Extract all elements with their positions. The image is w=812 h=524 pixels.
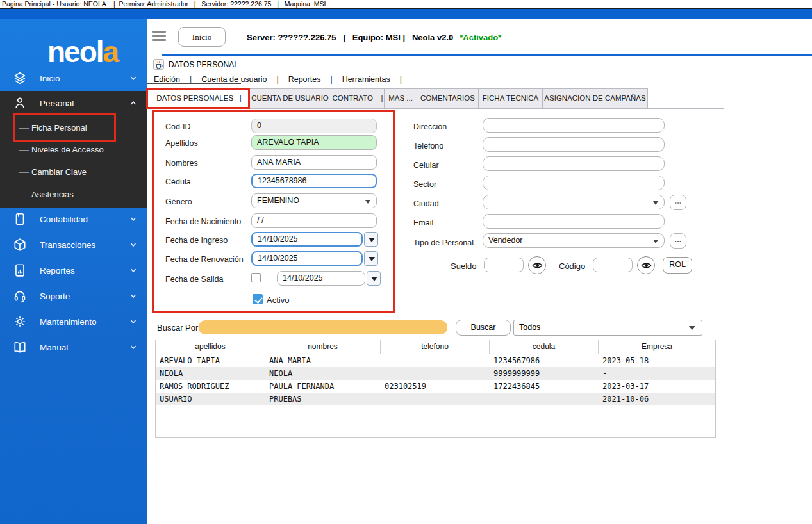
email-field[interactable]: [483, 214, 665, 229]
activo-label: Activo: [267, 295, 289, 305]
sidebar-item-reportes[interactable]: Reportes: [0, 258, 147, 282]
direccion-field[interactable]: [483, 118, 665, 133]
headset-icon: [13, 289, 27, 303]
tipo-personal-browse-button[interactable]: ...: [670, 233, 686, 249]
celular-label: Celular: [413, 161, 439, 170]
tipo-personal-select[interactable]: Vendedor: [483, 233, 665, 248]
menu-item-herramientas[interactable]: Herramientas: [342, 75, 390, 84]
filter-select[interactable]: Todos: [513, 320, 702, 336]
combo-arrow-icon: [653, 201, 658, 205]
sidebar-item-soporte[interactable]: Soporte: [0, 284, 147, 308]
tab-cuenta-de-usuario[interactable]: CUENTA DE USUARIO: [249, 88, 331, 108]
app-logo: neola: [47, 37, 118, 67]
combo-arrow-icon: [689, 326, 695, 330]
genero-label: Género: [165, 197, 192, 206]
tab-contrato[interactable]: CONTRATO |: [331, 88, 385, 108]
fecha-nacimiento-field[interactable]: / /: [251, 213, 377, 228]
table-row[interactable]: NEOLA NEOLA 9999999999 -: [156, 367, 715, 380]
cell-nombres: NEOLA: [265, 367, 381, 380]
fecha-ingreso-field[interactable]: 14/10/2025: [251, 232, 363, 247]
cell-apellidos: USUARIO: [156, 393, 265, 405]
sueldo-field[interactable]: [484, 258, 524, 272]
cell-apellidos: NEOLA: [156, 367, 265, 380]
company-bar: EMPRESA ABC SA ( EMPRESA ABC SA ) - 1234…: [0, 8, 812, 19]
tab-mas[interactable]: MAS ...: [384, 88, 417, 108]
results-table: apellidos nombres telefono cedula Empres…: [155, 340, 716, 438]
cedula-field[interactable]: 12345678986: [251, 174, 377, 188]
sidebar-subitem-niveles-de-accesso[interactable]: Niveles de Accesso: [0, 141, 147, 159]
ciudad-select[interactable]: [483, 195, 665, 209]
ciudad-browse-button[interactable]: ...: [670, 195, 686, 210]
apellidos-field[interactable]: AREVALO TAPIA: [251, 135, 377, 150]
codigo-label: Código: [559, 261, 585, 271]
cell-empresa: 2023-03-17: [599, 380, 715, 393]
sidebar-subitem-ficha-personal[interactable]: Ficha Personal: [0, 119, 147, 137]
menu-item-cuenta-de-usuario[interactable]: Cuenta de usuario: [201, 75, 267, 84]
app-window: Pagina Principal - Usuario: NEOLA | Perm…: [0, 0, 812, 524]
fecha-salida-label: Fecha de Salida: [165, 275, 223, 284]
buscar-button[interactable]: Buscar: [456, 320, 511, 336]
celular-field[interactable]: [483, 156, 665, 171]
column-header-nombres[interactable]: nombres: [265, 340, 381, 354]
sidebar-item-label: Personal: [40, 99, 74, 108]
table-row[interactable]: USUARIO PRUEBAS 2021-10-06: [156, 393, 715, 405]
fecha-salida-field[interactable]: 14/10/2025: [277, 271, 365, 286]
telefono-label: Teléfono: [413, 142, 443, 151]
menu-underline: [147, 83, 241, 84]
chevron-down-icon: [129, 317, 138, 326]
fecha-renovacion-field[interactable]: 14/10/2025: [251, 251, 363, 266]
rol-button[interactable]: ROL: [663, 257, 692, 274]
column-header-telefono[interactable]: telefono: [381, 340, 490, 354]
tipo-personal-value: Vendedor: [488, 236, 523, 245]
sidebar-item-label: Soporte: [40, 291, 70, 301]
chevron-down-icon: [129, 240, 138, 249]
sector-label: Sector: [413, 180, 436, 189]
hamburger-menu-icon[interactable]: [152, 31, 166, 41]
table-header: apellidos nombres telefono cedula Empres…: [156, 340, 715, 354]
codigo-field[interactable]: [593, 258, 633, 272]
telefono-field[interactable]: [483, 137, 665, 152]
cell-nombres: PAULA FERNANDA: [265, 380, 381, 393]
sidebar-subitem-cambiar-clave[interactable]: Cambiar Clave: [0, 163, 147, 181]
column-header-empresa[interactable]: Empresa: [599, 340, 715, 354]
tab-comentarios[interactable]: COMENTARIOS: [417, 88, 479, 108]
table-row[interactable]: RAMOS RODRIGUEZ PAULA FERNANDA 023102519…: [156, 380, 715, 393]
sidebar-item-label: Transacciones: [40, 240, 95, 250]
menu-item-edicion[interactable]: Edición: [154, 75, 180, 84]
table-row[interactable]: AREVALO TAPIA ANA MARIA 1234567986 2023-…: [156, 354, 715, 367]
column-header-cedula[interactable]: cedula: [490, 340, 599, 354]
menu-item-reportes[interactable]: Reportes: [288, 75, 321, 84]
search-input[interactable]: [199, 320, 447, 334]
eye-icon: [641, 261, 652, 270]
cell-telefono: [381, 354, 490, 367]
show-codigo-button[interactable]: [637, 256, 655, 274]
tab-asignacion-de-campanas[interactable]: ASIGNACION DE CAMPAÑAS: [542, 88, 648, 108]
cell-empresa: 2021-10-06: [599, 393, 715, 405]
show-sueldo-button[interactable]: [528, 256, 546, 274]
sidebar-item-transacciones[interactable]: Transacciones: [0, 233, 147, 257]
genero-select[interactable]: FEMENINO: [251, 193, 377, 208]
sidebar-item-label: Reportes: [40, 266, 75, 275]
column-header-apellidos[interactable]: apellidos: [156, 340, 265, 354]
cell-cedula: 9999999999: [490, 367, 599, 380]
sidebar-item-mantenimiento[interactable]: Mantenimiento: [0, 309, 147, 334]
fecha-ingreso-dropdown-button[interactable]: [364, 232, 378, 247]
sector-field[interactable]: [483, 176, 665, 190]
cell-apellidos: RAMOS RODRIGUEZ: [156, 380, 265, 393]
fecha-salida-checkbox[interactable]: [251, 273, 261, 282]
apellidos-label: Apellidos: [165, 139, 198, 148]
report-chart-icon: [13, 263, 27, 277]
tab-datos-personales[interactable]: DATOS PERSONALES |: [149, 88, 249, 108]
activo-checkbox[interactable]: [253, 294, 263, 304]
sidebar-item-contabilidad[interactable]: Contabilidad: [0, 207, 147, 231]
inicio-button[interactable]: Inicio: [178, 27, 226, 47]
sidebar-item-personal[interactable]: Personal: [0, 91, 147, 115]
fecha-salida-dropdown-button[interactable]: [367, 271, 381, 286]
sidebar-item-label: Manual: [40, 343, 68, 352]
fecha-renovacion-dropdown-button[interactable]: [364, 251, 378, 266]
sidebar-subitem-asistencias[interactable]: Asistencias: [0, 186, 147, 204]
nombres-field[interactable]: ANA MARIA: [251, 155, 377, 170]
tab-ficha-tecnica[interactable]: FICHA TECNICA: [478, 88, 543, 108]
sidebar-item-manual[interactable]: Manual: [0, 335, 147, 359]
sidebar-item-inicio[interactable]: Inicio: [0, 66, 147, 90]
